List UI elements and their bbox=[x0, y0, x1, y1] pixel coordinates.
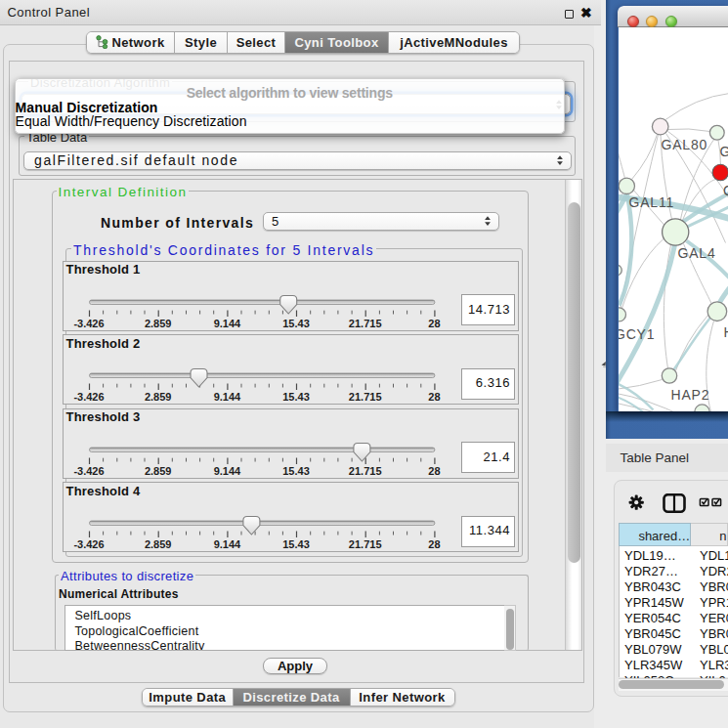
svg-text:C: C bbox=[723, 183, 728, 198]
svg-text:HAP2: HAP2 bbox=[670, 386, 709, 402]
svg-text:G.: G. bbox=[719, 144, 728, 159]
svg-text:GCY1: GCY1 bbox=[619, 325, 655, 341]
svg-text:GAL80: GAL80 bbox=[661, 136, 707, 151]
svg-text:GAL4: GAL4 bbox=[677, 244, 715, 260]
svg-text:H: H bbox=[723, 324, 728, 340]
svg-text:GAL11: GAL11 bbox=[628, 194, 674, 210]
